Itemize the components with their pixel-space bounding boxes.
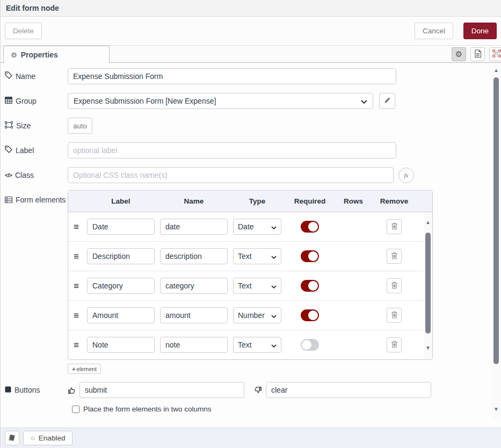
remove-element-button[interactable] bbox=[387, 249, 402, 264]
col-required: Required bbox=[284, 197, 336, 205]
col-rows: Rows bbox=[336, 197, 371, 205]
required-toggle[interactable] bbox=[301, 221, 319, 233]
class-label: </> Class bbox=[5, 171, 68, 180]
scrollbar-thumb[interactable] bbox=[425, 233, 431, 334]
table-row: ≡ Date bbox=[68, 212, 424, 242]
table-row: ≡ Text bbox=[68, 242, 424, 271]
element-name-input[interactable] bbox=[160, 307, 228, 323]
delete-button[interactable]: Delete bbox=[5, 23, 42, 39]
cancel-button[interactable]: Cancel bbox=[415, 23, 453, 39]
element-name-input[interactable] bbox=[160, 337, 228, 353]
size-auto-button[interactable]: auto bbox=[68, 118, 92, 134]
submit-button-label-input[interactable] bbox=[79, 382, 244, 398]
node-help-button[interactable] bbox=[5, 431, 19, 445]
class-row: </> Class fx bbox=[5, 167, 487, 183]
square-icon bbox=[5, 386, 11, 395]
remove-element-button[interactable] bbox=[387, 337, 402, 352]
element-type-select[interactable]: Text bbox=[233, 337, 281, 353]
table-body: ≡ Date ≡ bbox=[68, 212, 432, 359]
element-type-select[interactable]: Number bbox=[233, 307, 281, 323]
element-type-select[interactable]: Text bbox=[233, 278, 281, 294]
two-columns-checkbox[interactable] bbox=[72, 406, 79, 413]
remove-element-button[interactable] bbox=[387, 308, 402, 323]
clear-button-label-input[interactable] bbox=[266, 382, 431, 398]
element-label-input[interactable] bbox=[87, 337, 155, 353]
properties-panel: Name Group Expense Submission Form [New … bbox=[1, 63, 501, 428]
element-type-select[interactable]: Date bbox=[233, 219, 281, 235]
element-type-select[interactable]: Text bbox=[233, 248, 281, 264]
required-toggle[interactable] bbox=[301, 339, 319, 351]
element-name-input[interactable] bbox=[160, 248, 228, 264]
element-label-input[interactable] bbox=[87, 248, 155, 264]
required-toggle[interactable] bbox=[301, 309, 319, 321]
description-pane-button[interactable] bbox=[470, 47, 485, 61]
col-type: Type bbox=[230, 197, 284, 205]
fx-icon[interactable]: fx bbox=[398, 168, 414, 183]
chevron-down-icon bbox=[271, 341, 277, 349]
trash-icon bbox=[391, 281, 398, 291]
scroll-up-icon[interactable]: ▲ bbox=[424, 220, 432, 225]
object-group-icon bbox=[492, 49, 501, 59]
trash-icon bbox=[391, 252, 398, 261]
label-label: Label bbox=[5, 146, 68, 155]
required-toggle[interactable] bbox=[301, 250, 319, 262]
appearance-pane-button[interactable] bbox=[489, 47, 501, 61]
properties-pane-button[interactable]: ⚙ bbox=[452, 47, 466, 61]
remove-element-button[interactable] bbox=[387, 219, 402, 234]
two-columns-label[interactable]: Place the form elements in two columns bbox=[83, 405, 212, 413]
node-enabled-button[interactable]: ○ Enabled bbox=[23, 431, 72, 445]
tab-tools: ⚙ bbox=[452, 47, 501, 61]
two-columns-option: Place the form elements in two columns bbox=[72, 405, 487, 413]
element-label-input[interactable] bbox=[87, 278, 155, 294]
element-name-input[interactable] bbox=[160, 278, 228, 294]
tab-properties-label: Properties bbox=[21, 50, 58, 59]
table-header: Label Name Type Required Rows Remove bbox=[68, 191, 432, 212]
dialog-footer: ○ Enabled bbox=[1, 428, 501, 448]
chevron-down-icon bbox=[271, 311, 277, 320]
scrollbar-thumb[interactable] bbox=[493, 77, 499, 364]
scroll-up-icon[interactable]: ▲ bbox=[491, 68, 501, 73]
edit-group-button[interactable] bbox=[379, 93, 395, 109]
tab-properties[interactable]: ⚙ Properties bbox=[3, 46, 110, 63]
done-button[interactable]: Done bbox=[463, 23, 497, 39]
class-input[interactable] bbox=[68, 167, 394, 183]
col-remove: Remove bbox=[371, 197, 417, 205]
drag-handle-icon[interactable]: ≡ bbox=[68, 311, 84, 320]
element-name-input[interactable] bbox=[160, 219, 228, 235]
group-row: Group Expense Submission Form [New Expen… bbox=[5, 93, 487, 109]
drag-handle-icon[interactable]: ≡ bbox=[68, 252, 84, 261]
tag-icon bbox=[5, 71, 12, 81]
pencil-icon bbox=[384, 97, 391, 105]
drag-handle-icon[interactable]: ≡ bbox=[68, 341, 84, 350]
scroll-down-icon[interactable]: ▼ bbox=[491, 407, 501, 412]
remove-element-button[interactable] bbox=[387, 278, 402, 293]
name-input[interactable] bbox=[68, 68, 396, 84]
buttons-label: Buttons bbox=[5, 386, 68, 395]
dialog-header: Edit form node bbox=[1, 0, 501, 17]
gear-icon: ⚙ bbox=[455, 49, 462, 59]
form-elements-table: Label Name Type Required Rows Remove ≡ bbox=[68, 190, 433, 360]
gear-icon: ⚙ bbox=[11, 51, 17, 59]
table-row: ≡ Text bbox=[68, 271, 424, 301]
document-icon bbox=[474, 49, 482, 60]
element-label-input[interactable] bbox=[87, 219, 155, 235]
code-icon: </> bbox=[5, 171, 12, 180]
edit-form-node-dialog: Edit form node Delete Cancel Done ⚙ Prop… bbox=[0, 0, 501, 448]
drag-handle-icon[interactable]: ≡ bbox=[68, 281, 84, 291]
table-scrollbar[interactable]: ▲ ▼ bbox=[424, 212, 432, 359]
drag-handle-icon[interactable]: ≡ bbox=[68, 222, 84, 232]
thumbs-down-icon bbox=[254, 386, 262, 394]
size-row: Size auto bbox=[5, 118, 487, 134]
label-input[interactable] bbox=[68, 142, 396, 158]
tag-icon bbox=[5, 146, 12, 155]
dialog-toolbar: Delete Cancel Done bbox=[1, 17, 501, 45]
group-select[interactable]: Expense Submission Form [New Expense] bbox=[68, 93, 373, 109]
tab-bar: ⚙ Properties ⚙ bbox=[1, 45, 501, 63]
scroll-down-icon[interactable]: ▼ bbox=[424, 345, 432, 351]
element-label-input[interactable] bbox=[87, 307, 155, 323]
required-toggle[interactable] bbox=[301, 280, 319, 292]
enabled-label: Enabled bbox=[39, 434, 66, 442]
panel-scrollbar[interactable]: ▲ ▼ bbox=[491, 63, 501, 419]
label-row: Label bbox=[5, 142, 487, 158]
add-element-button[interactable]: + element bbox=[68, 364, 101, 374]
